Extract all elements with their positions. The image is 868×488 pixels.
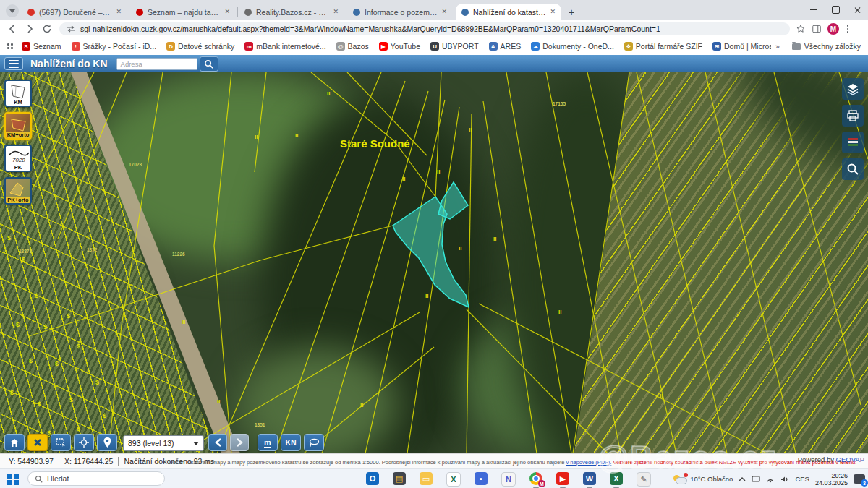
display-icon[interactable] xyxy=(752,476,760,483)
tab-close-icon[interactable]: ✕ xyxy=(441,9,447,15)
taskbar-app-spreadsheet-file[interactable]: X xyxy=(446,472,461,487)
taskbar-app-save-floppy[interactable]: ▪ xyxy=(475,472,488,485)
bookmark-item[interactable]: ❖Portál farmáře SZIF xyxy=(624,42,702,51)
layer-label: KM+orto xyxy=(6,132,30,138)
url-omnibox[interactable]: sgi-nahlizenidokn.cuzk.gov.cz/marushka/d… xyxy=(59,22,790,35)
tab-close-icon[interactable]: ✕ xyxy=(224,9,230,15)
layer-button-pk-orto[interactable]: PK+orto xyxy=(4,177,32,205)
bookmark-item[interactable]: UUBYPORT xyxy=(430,42,479,51)
browser-tab[interactable]: Seznam – najdu tam, co nezná... ✕ xyxy=(130,4,236,20)
bookmark-item[interactable]: mmBank internetové... xyxy=(244,42,326,51)
system-tray: 10°C Oblačno CES 20:26 24.03.2025 3 xyxy=(673,469,865,488)
bookmark-item[interactable]: ⊞Domů | Microsoft 365 xyxy=(712,42,771,51)
browser-menu-button[interactable] xyxy=(843,23,852,35)
address-search-button[interactable] xyxy=(200,56,218,72)
bookmark-star-icon[interactable] xyxy=(796,24,806,34)
history-forward-button[interactable] xyxy=(230,434,249,451)
tab-close-icon[interactable]: ✕ xyxy=(116,9,122,15)
volume-icon[interactable] xyxy=(780,476,789,483)
bookmarks-overflow-button[interactable]: » xyxy=(775,42,780,51)
window-minimize-button[interactable] xyxy=(803,0,825,20)
window-restore-button[interactable] xyxy=(825,0,846,20)
taskbar-app-youtube[interactable]: ▶ xyxy=(556,472,569,485)
tab-search-button[interactable] xyxy=(6,4,19,17)
taskbar-app-file-explorer[interactable]: ▭ xyxy=(420,472,433,485)
language-indicator[interactable]: CES xyxy=(795,475,809,483)
print-tool-button[interactable] xyxy=(842,105,864,127)
layer-label: KM xyxy=(6,99,30,106)
forward-button[interactable] xyxy=(25,24,35,34)
tab-close-icon[interactable]: ✕ xyxy=(550,9,556,15)
geovap-link[interactable]: GEOVAP xyxy=(836,455,864,463)
forest-symbol: II xyxy=(469,127,472,133)
start-button[interactable] xyxy=(7,474,19,485)
bookmark-item[interactable]: @Bazos xyxy=(336,42,369,51)
bookmark-item[interactable]: ☁Dokumenty - OneD... xyxy=(531,42,614,51)
history-back-button[interactable] xyxy=(208,434,227,451)
cuzk-favicon xyxy=(461,9,469,16)
address-search-input[interactable]: Adresa xyxy=(116,58,197,70)
bookmark-item[interactable]: !Srážky - Počasí - iD... xyxy=(72,42,157,51)
all-bookmarks-label: Všechny záložky xyxy=(804,42,861,51)
home-button[interactable] xyxy=(4,434,25,451)
map-canvas[interactable]: Staré Soudné $$$$$$$$$$$$$$$$IIIIIIIIIII… xyxy=(0,72,868,453)
taskbar-app-pen-app[interactable]: ✎ xyxy=(637,472,651,487)
locate-pin-button[interactable] xyxy=(97,434,117,451)
taskbar-app-word[interactable]: W xyxy=(583,472,596,485)
bookmark-favicon: m xyxy=(244,42,253,51)
help-pdf-link[interactable]: v nápovědě (PDF). xyxy=(566,459,611,466)
taskbar-app-excel[interactable]: X xyxy=(610,472,623,485)
reload-button[interactable] xyxy=(42,24,52,34)
scale-select[interactable]: 893 (level 13) xyxy=(123,435,204,451)
clock[interactable]: 20:26 24.03.2025 xyxy=(815,472,848,487)
kn-info-button[interactable]: KN xyxy=(281,434,301,451)
taskbar-app-chrome[interactable]: M xyxy=(529,472,542,485)
layer-button-pk[interactable]: 7028 PK xyxy=(4,145,32,172)
window-close-button[interactable] xyxy=(846,0,868,20)
tab-close-icon[interactable]: ✕ xyxy=(333,9,339,15)
tab-label: Seznam – najdu tam, co nezná... xyxy=(148,8,220,17)
profile-avatar[interactable]: M xyxy=(827,23,839,35)
marquee-zoom-button[interactable] xyxy=(51,434,71,451)
bookmark-item[interactable]: SSeznam xyxy=(22,42,61,51)
taskbar-app-outlook[interactable]: O xyxy=(366,472,379,485)
tray-expand-chevron[interactable] xyxy=(739,476,746,481)
taskbar-app-notes-file[interactable]: N xyxy=(501,472,516,487)
new-tab-button[interactable]: + xyxy=(564,5,579,20)
map-disclaimer: Obsah katastrální mapy a mapy pozemkovéh… xyxy=(169,459,856,466)
layer-button-km[interactable]: KM xyxy=(4,80,32,107)
measure-button[interactable]: m xyxy=(258,434,278,451)
browser-tab[interactable]: Reality.Bazos.cz - Přidat inzerát ✕ xyxy=(239,4,344,20)
browser-tab[interactable]: (5697) Doručené – Seznam Em... ✕ xyxy=(22,4,127,20)
weather-widget[interactable]: 10°C Oblačno xyxy=(673,474,733,484)
search-tool-button[interactable] xyxy=(842,158,864,180)
bookmark-favicon: @ xyxy=(336,42,345,51)
tab-label: Informace o pozemku | Nahlíž... xyxy=(365,8,437,17)
legend-tool-button[interactable] xyxy=(842,132,864,153)
taskbar-search[interactable]: Hledat xyxy=(27,471,165,486)
side-panel-icon[interactable] xyxy=(812,24,822,34)
marquee-icon xyxy=(56,438,66,447)
bookmark-label: Domů | Microsoft 365 xyxy=(724,42,771,51)
bookmark-item[interactable]: ▶YouTube xyxy=(379,42,420,51)
clear-selection-button[interactable] xyxy=(27,434,48,451)
network-icon[interactable] xyxy=(766,476,775,483)
notifications-icon[interactable]: 3 xyxy=(854,474,865,484)
layer-button-km-orto[interactable]: KM+orto xyxy=(4,112,32,140)
apps-grid-icon[interactable] xyxy=(7,43,13,49)
all-bookmarks-button[interactable]: Všechny záložky xyxy=(792,42,861,51)
layers-tool-button[interactable] xyxy=(842,78,864,100)
bookmark-item[interactable]: DDatové schránky xyxy=(166,42,234,51)
lasso-icon xyxy=(309,438,320,447)
scale-value: 893 (level 13) xyxy=(128,439,174,448)
lasso-select-button[interactable] xyxy=(304,434,324,451)
bookmark-item[interactable]: AARES xyxy=(489,42,522,51)
menu-hamburger-button[interactable] xyxy=(4,57,23,70)
browser-tab[interactable]: Informace o pozemku | Nahlíž... ✕ xyxy=(347,4,453,20)
forest-symbol: II xyxy=(182,319,185,325)
back-button[interactable] xyxy=(7,24,17,34)
taskbar-app-vault-app[interactable]: ▤ xyxy=(393,472,406,485)
browser-tab-active[interactable]: Nahlížení do katastru nemovit... ✕ xyxy=(456,4,561,20)
center-target-button[interactable] xyxy=(74,434,94,451)
time-text: 20:26 xyxy=(815,472,848,479)
